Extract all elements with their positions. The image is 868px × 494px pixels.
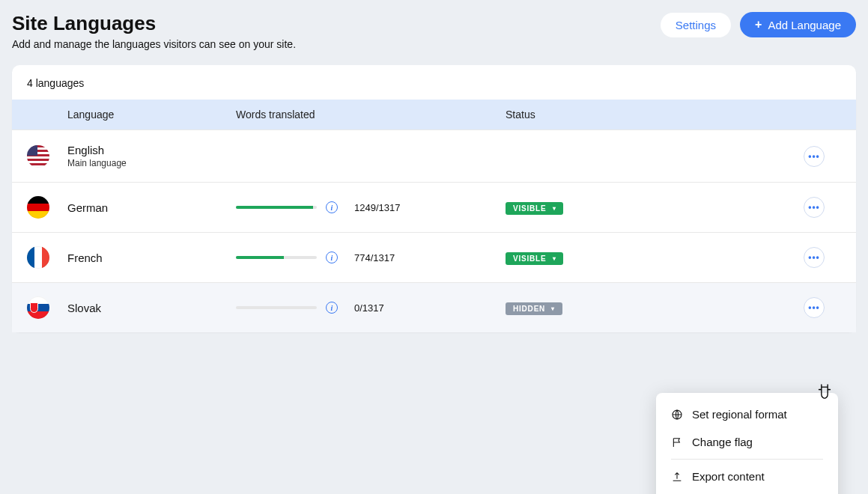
chevron-down-icon: ▾: [553, 255, 556, 262]
status-label: VISIBLE: [513, 204, 547, 213]
add-language-label: Add Language: [768, 19, 841, 31]
menu-separator: [671, 459, 823, 460]
column-status: Status: [506, 109, 804, 121]
language-name: Slovak: [67, 302, 236, 314]
upload-icon: [671, 471, 683, 483]
menu-label: Set regional format: [692, 408, 787, 421]
flag-icon: [27, 296, 49, 319]
context-menu: Set regional format Change flag Export c…: [656, 393, 838, 494]
language-sub: Main language: [67, 158, 236, 168]
language-name: English: [67, 144, 236, 156]
page-title: Site Languages: [12, 12, 296, 35]
status-badge[interactable]: HIDDEN ▾: [506, 302, 562, 315]
column-language: Language: [67, 109, 236, 121]
info-icon[interactable]: i: [326, 251, 338, 263]
page-subtitle: Add and manage the languages visitors ca…: [12, 38, 296, 50]
progress-bar: [236, 306, 317, 309]
more-button[interactable]: •••: [804, 297, 825, 318]
word-count: 0/1317: [354, 302, 384, 314]
menu-label: Export content: [692, 470, 765, 483]
table-header: Language Words translated Status: [12, 100, 856, 129]
status-label: HIDDEN: [513, 305, 545, 313]
language-name: French: [67, 251, 236, 264]
info-icon[interactable]: i: [326, 201, 338, 213]
menu-set-regional-format[interactable]: Set regional format: [665, 400, 829, 428]
table-row: German i 1249/1317 VISIBLE ▾ •••: [12, 182, 856, 232]
more-button[interactable]: •••: [804, 247, 825, 268]
add-language-button[interactable]: + Add Language: [740, 12, 856, 37]
language-count: 4 languages: [12, 65, 856, 100]
menu-import-translations[interactable]: Import translations: [665, 490, 829, 494]
menu-change-flag[interactable]: Change flag: [665, 428, 829, 456]
table-row: English Main language •••: [12, 129, 856, 182]
flag-icon: [27, 196, 49, 219]
more-button[interactable]: •••: [804, 146, 825, 167]
word-count: 774/1317: [354, 252, 395, 263]
table-row: French i 774/1317 VISIBLE ▾ •••: [12, 232, 856, 282]
table-row: Slovak i 0/1317 HIDDEN ▾ •••: [12, 282, 856, 332]
globe-icon: [671, 409, 683, 421]
progress-bar: [236, 206, 317, 209]
flag-outline-icon: [671, 436, 683, 448]
status-badge[interactable]: VISIBLE ▾: [506, 202, 563, 215]
flag-icon: [27, 145, 49, 168]
language-name: German: [67, 201, 236, 214]
column-words: Words translated: [236, 109, 506, 121]
info-icon[interactable]: i: [326, 302, 338, 314]
more-button[interactable]: •••: [804, 197, 825, 218]
flag-icon: [27, 246, 49, 269]
progress-bar: [236, 256, 317, 259]
menu-label: Change flag: [692, 436, 753, 448]
chevron-down-icon: ▾: [553, 205, 556, 212]
plus-icon: +: [755, 18, 762, 31]
status-label: VISIBLE: [513, 254, 547, 263]
status-badge[interactable]: VISIBLE ▾: [506, 252, 563, 265]
settings-button[interactable]: Settings: [661, 13, 731, 37]
chevron-down-icon: ▾: [551, 305, 555, 312]
menu-export-content[interactable]: Export content: [665, 463, 829, 490]
word-count: 1249/1317: [354, 202, 400, 213]
